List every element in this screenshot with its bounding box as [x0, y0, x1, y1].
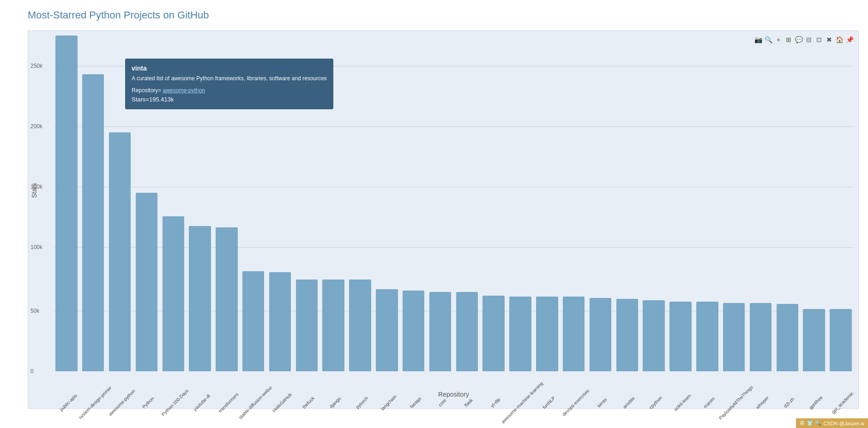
- bar-wrapper: PayloadsAllTheThings: [721, 36, 747, 371]
- bar-whisper[interactable]: [750, 303, 772, 372]
- tooltip: vinta A curated list of awesome Python f…: [125, 59, 333, 109]
- bar-label: flask: [464, 398, 474, 408]
- bar-label: ansible: [622, 396, 636, 410]
- bar-stable-diffusion-webui[interactable]: [242, 271, 264, 371]
- bar-label: fastapi: [409, 396, 422, 410]
- bar-label: awesome-python: [108, 388, 136, 417]
- bar-system-design-primer[interactable]: [82, 74, 104, 371]
- y-tick-label: 50k: [30, 308, 39, 314]
- bar-gpt4free[interactable]: [803, 309, 825, 371]
- bar-keras[interactable]: [590, 298, 611, 371]
- bar-label: langchain: [380, 394, 398, 411]
- bar-wrapper: flask: [454, 36, 480, 371]
- bar-label: cpython: [648, 395, 663, 410]
- bar-wrapper: langchain: [374, 36, 400, 371]
- bar-wrapper: scikit-learn: [668, 36, 693, 371]
- chart-area: 📷 🔍 + ⊞ 💬 ⊟ ⊡ ✖ 🏠 📌 Stars 250k200k150k10…: [28, 30, 859, 409]
- tooltip-description: A curated list of awesome Python framewo…: [132, 74, 327, 83]
- bar-label: transformers: [217, 392, 239, 413]
- bar-label: PayloadsAllTheThings: [717, 385, 753, 421]
- bar-label: gpt4free: [808, 395, 824, 410]
- tooltip-repo: Repository= awesome-python: [132, 86, 327, 95]
- bar-cpython[interactable]: [643, 300, 664, 371]
- bar-label: gpt_academic: [831, 391, 855, 415]
- bar-wrapper: awesome-machine-learning: [507, 36, 533, 371]
- tooltip-title: vinta: [132, 63, 327, 73]
- bar-manim[interactable]: [696, 302, 718, 371]
- bar-wrapper: yt-dlp: [481, 36, 506, 371]
- bar-wrapper: whisper: [748, 36, 774, 371]
- bar-pytorch[interactable]: [349, 279, 371, 371]
- bar-wrapper: pytorch: [347, 36, 373, 371]
- bar-youtube-dl[interactable]: [189, 226, 211, 371]
- bar-core[interactable]: [429, 292, 451, 371]
- bar-scikit-learn[interactable]: [669, 302, 691, 371]
- bar-wrapper: fastapi: [401, 36, 427, 371]
- bar-wrapper: cpython: [641, 36, 667, 371]
- bar-awesome-python[interactable]: [109, 132, 131, 371]
- bar-gpt_academic[interactable]: [830, 309, 851, 371]
- bar-label: youtube-dl: [193, 393, 211, 412]
- bar-label: awesome-machine-learning: [500, 381, 544, 425]
- tooltip-repo-link[interactable]: awesome-python: [163, 87, 205, 94]
- bar-fastapi[interactable]: [403, 291, 424, 371]
- bar-label: public-apis: [59, 393, 78, 412]
- bar-wrapper: gpt4free: [801, 36, 827, 371]
- bar-transformers[interactable]: [216, 227, 237, 371]
- bar-label: manim: [702, 396, 716, 409]
- bar-d2l-zh[interactable]: [777, 304, 798, 371]
- shirt-icon[interactable]: 👕: [807, 420, 813, 426]
- bar-wrapper: system-design-primer: [80, 36, 106, 371]
- bar-wrapper: ansible: [614, 36, 640, 371]
- bar-label: d2l-zh: [783, 396, 796, 409]
- bar-label: keras: [597, 397, 608, 408]
- bottom-bar: 英 👕 🔍 CSDN @Jasper.w: [796, 418, 868, 428]
- bar-ansible[interactable]: [616, 299, 638, 371]
- bar-label: devops-exercises: [561, 388, 590, 417]
- bar-label: core: [437, 398, 447, 408]
- bar-django[interactable]: [322, 279, 344, 371]
- x-axis-label: Repository: [438, 391, 469, 398]
- bar-wrapper: core: [428, 36, 453, 371]
- bar-label: Python: [141, 396, 155, 410]
- bar-Python-100-Days[interactable]: [163, 216, 184, 371]
- bar-label: system-design-primer: [78, 385, 113, 420]
- bar-HelloGitHub[interactable]: [269, 272, 291, 371]
- bar-funNLP[interactable]: [536, 297, 558, 371]
- bar-thefuck[interactable]: [296, 279, 318, 371]
- bar-yt-dlp[interactable]: [482, 296, 504, 371]
- bar-label: stable-diffusion-webui: [238, 385, 273, 420]
- bar-PayloadsAllTheThings[interactable]: [723, 303, 745, 372]
- y-tick-label: 150k: [30, 184, 42, 190]
- lang-icon[interactable]: 英: [800, 420, 805, 427]
- bar-Python[interactable]: [136, 193, 157, 371]
- bar-label: Python-100-Days: [161, 388, 189, 417]
- bar-label: scikit-learn: [673, 393, 692, 412]
- bar-wrapper: manim: [694, 36, 720, 371]
- bar-label: HelloGitHub: [271, 392, 292, 413]
- bar-wrapper: devops-exercises: [561, 36, 587, 371]
- bar-label: whisper: [755, 395, 770, 410]
- bar-awesome-machine-learning[interactable]: [509, 297, 531, 371]
- bar-devops-exercises[interactable]: [563, 297, 585, 371]
- chart-title: Most-Starred Python Projects on GitHub: [28, 9, 859, 21]
- tooltip-stars: Stars=195.413k: [132, 95, 327, 105]
- y-tick-label: 100k: [30, 244, 42, 250]
- bar-wrapper: funNLP: [534, 36, 560, 371]
- bar-label: thefuck: [301, 396, 316, 410]
- bar-langchain[interactable]: [376, 289, 398, 371]
- bar-wrapper: public-apis: [54, 36, 79, 371]
- bar-label: funNLP: [542, 395, 556, 410]
- bar-label: yt-dlp: [490, 397, 501, 408]
- y-tick-label: 200k: [30, 123, 42, 130]
- y-tick-label: 0: [30, 368, 34, 374]
- bar-wrapper: gpt_academic: [828, 36, 854, 371]
- bar-flask[interactable]: [456, 292, 478, 371]
- bar-wrapper: d2l-zh: [774, 36, 800, 371]
- bar-label: pytorch: [355, 395, 369, 410]
- bottom-text: CSDN @Jasper.w: [823, 421, 864, 426]
- search-icon[interactable]: 🔍: [815, 420, 821, 426]
- bar-label: django: [329, 396, 342, 409]
- bar-public-apis[interactable]: [55, 36, 77, 371]
- bar-wrapper: keras: [588, 36, 614, 371]
